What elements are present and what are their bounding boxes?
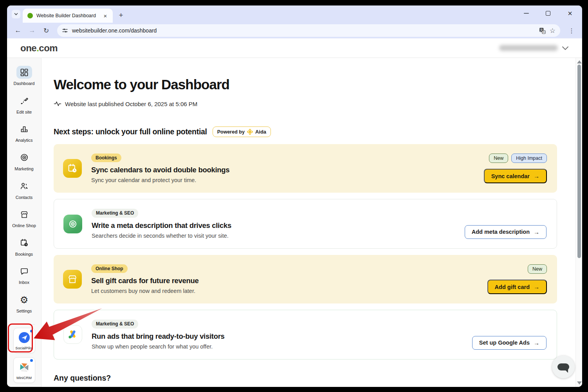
pulse-icon — [54, 100, 61, 108]
sidebar-item-online-shop[interactable]: Online Shop — [7, 208, 41, 237]
gear-icon: ⚙ — [16, 293, 32, 306]
sidebar-label: Bookings — [15, 252, 33, 257]
add-gift-card-button[interactable]: Add gift card→ — [487, 280, 547, 294]
card-title: Run ads that bring ready-to-buy visitors — [92, 332, 225, 341]
aida-badge: Powered by Aida — [213, 126, 271, 137]
window-controls: × — [520, 5, 580, 21]
storefront-icon — [63, 270, 82, 289]
minicrm-pinwheel-icon — [18, 361, 31, 374]
maximize-button[interactable] — [542, 7, 554, 19]
card-right: New High Impact Sync calendar→ — [484, 154, 547, 183]
browser-menu-icon[interactable]: ⋮ — [566, 25, 577, 36]
card-meta-description: Marketing & SEO Write a meta description… — [54, 199, 557, 248]
card-title: Write a meta description that drives cli… — [92, 221, 231, 230]
site-info-icon[interactable] — [62, 27, 68, 34]
card-subtitle: Searchers decide in seconds whether to v… — [92, 233, 229, 239]
screenshot-stage: Website Builder Dashboard × + × ← → ↻ we… — [0, 0, 588, 392]
card-sync-calendars: Bookings Sync calendars to avoid double … — [54, 144, 557, 193]
sidebar: Dashboard Edit site Analytics — [7, 58, 41, 387]
add-meta-description-button[interactable]: Add meta description→ — [465, 225, 547, 239]
scroll-up-arrow[interactable] — [577, 60, 582, 63]
google-ads-icon — [63, 325, 82, 344]
next-steps-heading: Next steps: unlock your full online pote… — [54, 127, 207, 136]
card-text: Bookings Sync calendars to avoid double … — [91, 154, 484, 183]
category-badge: Bookings — [91, 154, 121, 162]
one-com-logo[interactable]: one.com — [20, 43, 58, 54]
sidebar-item-inbox[interactable]: Inbox — [7, 265, 41, 293]
card-title: Sell gift cards for future revenue — [91, 276, 199, 285]
card-text: Marketing & SEO Run ads that bring ready… — [92, 320, 472, 349]
badge-row: New — [528, 264, 547, 274]
card-text: Online Shop Sell gift cards for future r… — [91, 264, 487, 294]
logo-one: one — [20, 43, 36, 53]
badge-row: New High Impact — [489, 154, 547, 163]
logo-com: com — [39, 43, 58, 53]
sidebar-label: Analytics — [15, 138, 32, 143]
questions-heading: Any questions? — [54, 374, 557, 383]
minimize-icon — [524, 13, 529, 14]
bookmark-star-icon[interactable]: ☆ — [550, 27, 556, 35]
bar-chart-icon — [16, 123, 32, 135]
sidebar-label: Edit site — [16, 110, 32, 114]
scroll-down-arrow[interactable] — [577, 381, 582, 385]
card-subtitle: Show up when people search for what you … — [92, 343, 213, 350]
aida-flower-icon — [247, 129, 253, 135]
address-bar[interactable]: websitebuilder.one.com/dashboard 文A ☆ — [57, 24, 560, 37]
reload-button[interactable]: ↻ — [41, 25, 52, 36]
sidebar-item-edit-site[interactable]: Edit site — [7, 94, 41, 123]
category-badge: Online Shop — [91, 264, 128, 273]
new-badge: New — [528, 264, 547, 274]
category-badge: Marketing & SEO — [92, 320, 138, 328]
translate-icon[interactable]: 文A — [539, 27, 546, 34]
url-text[interactable]: websitebuilder.one.com/dashboard — [72, 27, 535, 34]
tab-close-icon[interactable]: × — [102, 12, 109, 19]
page-title: Welcome to your Dashboard — [54, 77, 557, 92]
app-body: Dashboard Edit site Analytics — [7, 58, 582, 387]
sync-calendar-button[interactable]: Sync calendar→ — [484, 169, 547, 183]
maximize-icon — [546, 11, 550, 16]
aida-brand: Aida — [255, 129, 266, 135]
card-right: Set up Google Ads→ — [472, 320, 547, 349]
last-published-row: Website last published October 6, 2025 a… — [54, 100, 557, 108]
browser-window: Website Builder Dashboard × + × ← → ↻ we… — [7, 5, 582, 387]
button-label: Sync calendar — [491, 173, 530, 179]
questions-section: Any questions? Check out our Help Centre… — [54, 374, 557, 387]
minimize-button[interactable] — [520, 7, 532, 19]
sidebar-label: Marketing — [14, 166, 33, 171]
new-tab-button[interactable]: + — [116, 10, 126, 20]
app-label: SocialPilot — [15, 346, 32, 350]
questions-text: Check out our Help Centre or get in touc… — [54, 386, 557, 387]
scrollbar-thumb[interactable] — [577, 65, 581, 258]
app-header: one.com — [7, 38, 582, 58]
site-favicon — [27, 13, 33, 18]
sidebar-item-settings[interactable]: ⚙ Settings — [7, 293, 41, 322]
sidebar-app-minicrm[interactable]: MiniCRM — [13, 357, 35, 383]
chat-bubble-icon — [557, 363, 569, 370]
notification-dot — [30, 359, 33, 362]
sidebar-item-analytics[interactable]: Analytics — [7, 123, 41, 151]
sidebar-item-bookings[interactable]: Bookings — [7, 237, 41, 265]
sidebar-item-marketing[interactable]: Marketing — [7, 151, 41, 180]
svg-text:A: A — [543, 31, 545, 33]
back-button[interactable]: ← — [13, 25, 23, 36]
calendar-clock-icon — [63, 159, 82, 178]
sidebar-item-contacts[interactable]: Contacts — [7, 180, 41, 208]
card-google-ads: Marketing & SEO Run ads that bring ready… — [54, 310, 557, 359]
tab-title: Website Builder Dashboard — [36, 13, 98, 18]
sidebar-item-dashboard[interactable]: Dashboard — [7, 66, 41, 94]
tab-search-button[interactable] — [12, 10, 20, 18]
support-chat-button[interactable] — [552, 356, 575, 378]
scrollbar[interactable] — [575, 58, 582, 387]
arrow-right-icon: → — [534, 284, 539, 290]
browser-tab[interactable]: Website Builder Dashboard × — [23, 9, 113, 23]
sidebar-app-socialpilot[interactable]: SocialPilot — [13, 328, 35, 354]
button-label: Set up Google Ads — [479, 340, 530, 346]
arrow-right-icon: → — [534, 173, 539, 179]
account-menu[interactable] — [499, 45, 569, 51]
browser-toolbar: ← → ↻ websitebuilder.one.com/dashboard 文… — [7, 23, 582, 38]
forward-button[interactable]: → — [27, 25, 38, 36]
last-published-text: Website last published October 6, 2025 a… — [65, 101, 197, 107]
target-icon — [16, 151, 32, 164]
set-up-google-ads-button[interactable]: Set up Google Ads→ — [472, 336, 547, 350]
close-button[interactable]: × — [564, 7, 576, 19]
